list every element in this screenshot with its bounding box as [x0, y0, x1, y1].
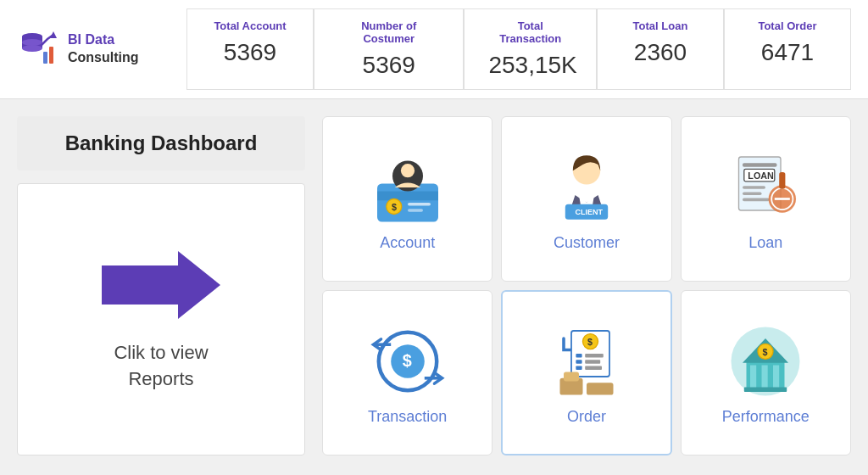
svg-rect-23 — [743, 186, 765, 189]
stat-total-account: Total Account 5369 — [186, 8, 314, 90]
svg-rect-40 — [576, 366, 581, 370]
grid-item-transaction[interactable]: $ Transaction — [322, 290, 492, 455]
logo-icon — [17, 28, 59, 70]
dashboard-title: Banking Dashboard — [17, 116, 305, 170]
order-label: Order — [567, 408, 606, 426]
svg-rect-39 — [576, 360, 581, 364]
svg-rect-24 — [743, 192, 762, 195]
svg-text:$: $ — [392, 202, 397, 212]
svg-point-3 — [22, 39, 42, 46]
header: BI Data Consulting Total Account 5369 Nu… — [0, 0, 868, 99]
transaction-label: Transaction — [368, 408, 447, 426]
svg-marker-6 — [50, 31, 57, 38]
grid-panel: $ Account CLIENT Customer — [322, 116, 851, 455]
account-icon: $ — [370, 149, 446, 226]
svg-rect-46 — [564, 372, 579, 381]
stat-number-costumer: Number of Costumer 5369 — [314, 8, 464, 90]
stats-container: Total Account 5369 Number of Costumer 53… — [186, 8, 851, 90]
account-label: Account — [380, 234, 435, 252]
logo-area: BI Data Consulting — [17, 28, 170, 70]
grid-item-account[interactable]: $ Account — [322, 116, 492, 282]
customer-label: Customer — [554, 234, 620, 252]
svg-rect-5 — [49, 47, 53, 64]
svg-rect-52 — [773, 365, 779, 388]
grid-item-loan[interactable]: LOAN Loan — [681, 116, 851, 282]
svg-rect-53 — [744, 387, 787, 391]
svg-text:$: $ — [763, 346, 768, 356]
svg-text:LOAN: LOAN — [748, 170, 775, 181]
grid-item-performance[interactable]: $ Performance — [681, 290, 851, 455]
grid-item-customer[interactable]: CLIENT Customer — [501, 116, 671, 282]
stat-total-order: Total Order 6471 — [724, 8, 851, 90]
transaction-icon: $ — [370, 323, 446, 400]
svg-rect-14 — [408, 203, 431, 206]
stat-total-transaction: Total Transaction 253,15K — [464, 8, 597, 90]
svg-text:CLIENT: CLIENT — [575, 208, 603, 216]
performance-label: Performance — [722, 408, 810, 426]
customer-icon: CLIENT — [548, 149, 625, 226]
grid-item-order[interactable]: $ Order — [501, 290, 671, 455]
svg-point-11 — [401, 164, 415, 177]
svg-rect-43 — [585, 366, 602, 370]
svg-point-2 — [22, 45, 42, 52]
svg-marker-7 — [102, 251, 220, 319]
loan-icon: LOAN — [727, 149, 804, 226]
svg-rect-29 — [780, 172, 786, 189]
svg-rect-9 — [377, 191, 438, 200]
logo-text: BI Data Consulting — [68, 31, 139, 67]
svg-rect-50 — [750, 365, 756, 388]
svg-rect-38 — [576, 354, 581, 358]
svg-rect-20 — [743, 163, 777, 167]
svg-rect-42 — [585, 360, 600, 364]
cta-text: Clik to viewReports — [114, 340, 208, 393]
svg-rect-15 — [408, 209, 423, 212]
svg-rect-51 — [762, 365, 768, 388]
svg-text:$: $ — [587, 337, 593, 347]
main-content: Banking Dashboard Clik to viewReports — [0, 99, 868, 472]
svg-rect-25 — [743, 198, 770, 201]
svg-rect-41 — [585, 354, 604, 358]
loan-label: Loan — [748, 234, 782, 252]
stat-total-loan: Total Loan 2360 — [597, 8, 724, 90]
performance-icon: $ — [727, 323, 804, 400]
cta-card[interactable]: Clik to viewReports — [17, 183, 305, 455]
arrow-right-icon — [102, 247, 220, 323]
svg-rect-45 — [587, 383, 614, 394]
order-icon: $ — [548, 323, 625, 400]
svg-text:$: $ — [402, 351, 411, 370]
left-panel: Banking Dashboard Clik to viewReports — [17, 116, 305, 455]
svg-rect-4 — [43, 52, 47, 64]
